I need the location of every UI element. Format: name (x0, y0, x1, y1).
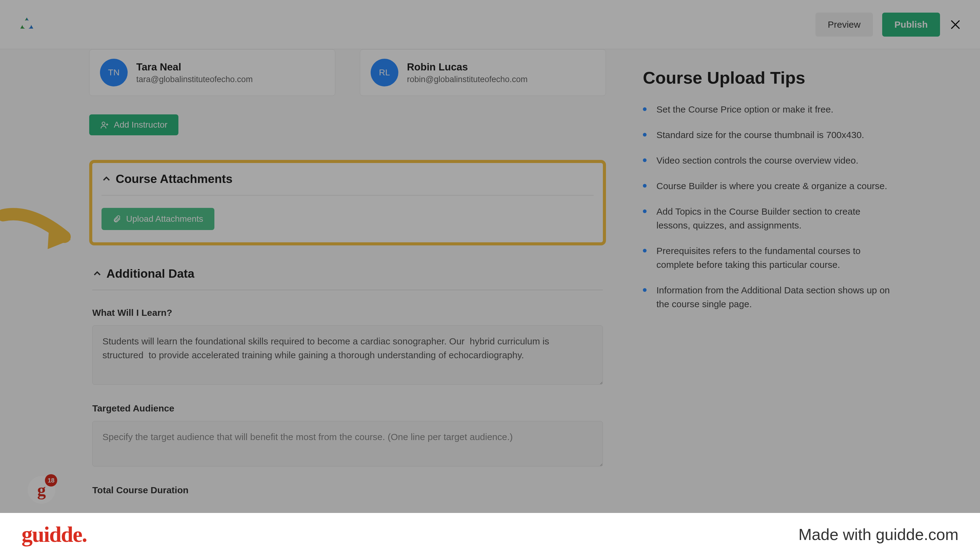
instructor-name: Robin Lucas (407, 61, 527, 73)
tip-item: Prerequisites refers to the fundamental … (643, 244, 891, 272)
instructor-list: TN Tara Neal tara@globalinstituteofecho.… (89, 49, 606, 96)
svg-point-0 (23, 20, 31, 29)
tip-item: Information from the Additional Data sec… (643, 283, 891, 311)
add-instructor-button[interactable]: Add Instructor (89, 115, 178, 135)
upload-attachments-button[interactable]: Upload Attachments (102, 208, 214, 230)
guidde-logo: guidde. (21, 522, 87, 547)
instructor-card[interactable]: RL Robin Lucas robin@globalinstituteofec… (360, 49, 606, 96)
guidde-g-icon: g (37, 480, 46, 500)
tip-item: Video section controls the course overvi… (643, 154, 891, 167)
tip-item: Course Builder is where you create & org… (643, 179, 891, 193)
user-plus-icon (100, 121, 109, 129)
targeted-audience-input[interactable] (92, 421, 603, 467)
publish-button[interactable]: Publish (882, 13, 940, 37)
top-bar: Preview Publish (0, 0, 980, 49)
guidde-widget[interactable]: g 18 (27, 476, 55, 504)
upload-attachments-label: Upload Attachments (126, 214, 203, 224)
course-attachments-section: Course Attachments Upload Attachments (89, 160, 606, 246)
add-instructor-label: Add Instructor (114, 120, 167, 130)
what-will-i-learn-input[interactable] (92, 325, 603, 385)
footer-bar: guidde. Made with guidde.com (0, 513, 980, 556)
tip-item: Set the Course Price option or make it f… (643, 102, 891, 116)
tip-item: Add Topics in the Course Builder section… (643, 205, 891, 232)
instructor-email: tara@globalinstituteofecho.com (136, 75, 253, 84)
chevron-up-icon[interactable] (92, 269, 102, 279)
tip-item: Standard size for the course thumbnail i… (643, 128, 891, 142)
additional-data-section: Additional Data What Will I Learn? Targe… (89, 267, 606, 495)
what-will-i-learn-label: What Will I Learn? (92, 307, 603, 318)
total-course-duration-label: Total Course Duration (92, 485, 603, 495)
tips-sidebar: Course Upload Tips Set the Course Price … (643, 49, 891, 503)
chevron-up-icon[interactable] (102, 174, 112, 184)
annotation-arrow-icon (0, 206, 89, 263)
section-title: Course Attachments (116, 172, 233, 186)
close-icon[interactable] (949, 18, 962, 31)
made-with-label: Made with guidde.com (799, 525, 959, 544)
notification-badge: 18 (45, 474, 57, 486)
instructor-email: robin@globalinstituteofecho.com (407, 75, 527, 84)
svg-point-3 (102, 122, 105, 125)
targeted-audience-label: Targeted Audience (92, 403, 603, 414)
instructor-card[interactable]: TN Tara Neal tara@globalinstituteofecho.… (89, 49, 335, 96)
app-logo-icon (18, 16, 35, 33)
instructor-name: Tara Neal (136, 61, 253, 73)
section-title: Additional Data (107, 267, 194, 280)
avatar: TN (100, 59, 128, 86)
paperclip-icon (113, 215, 121, 223)
tips-list: Set the Course Price option or make it f… (643, 102, 891, 311)
avatar: RL (371, 59, 398, 86)
tips-title: Course Upload Tips (643, 68, 891, 88)
preview-button[interactable]: Preview (815, 13, 873, 37)
